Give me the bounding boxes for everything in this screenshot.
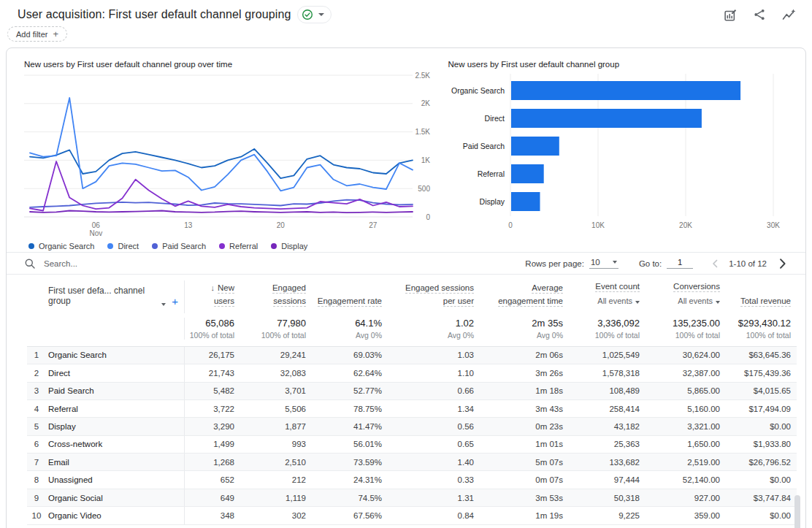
cell-value: $175,439.36 xyxy=(726,369,797,378)
totals-cell: 64.1%Avg 0% xyxy=(312,318,388,340)
table-totals-row: 65,086100% of total77,980100% of total64… xyxy=(27,313,797,347)
cell-value: $0.00 xyxy=(726,422,797,431)
row-number: 6 xyxy=(27,440,46,448)
rows-per-page-select[interactable]: 10 xyxy=(589,258,618,269)
cell-value: 24.31% xyxy=(312,475,388,484)
table-row: 5Display3,2901,87741.47%0.560m 23s43,182… xyxy=(27,418,797,435)
row-number: 3 xyxy=(27,386,46,395)
table-row: 10Organic Video34830267.56%0.841m 19s9,2… xyxy=(27,507,797,524)
legend-dot-icon xyxy=(219,243,225,249)
cell-channel: Organic Search xyxy=(46,347,185,364)
cell-value: 302 xyxy=(240,511,312,520)
dimension-header[interactable]: First user defa... channel group+ xyxy=(27,280,185,313)
bar-direct[interactable] xyxy=(511,109,702,128)
totals-value: 64.1% xyxy=(312,318,382,329)
row-number: 7 xyxy=(27,458,46,467)
totals-subtext: 100% of total xyxy=(726,331,791,340)
cell-value: 21,743 xyxy=(185,369,240,378)
svg-text:Display: Display xyxy=(480,197,505,206)
totals-cell: 1.02Avg 0% xyxy=(388,318,480,340)
cell-value: $1,933.80 xyxy=(726,440,797,448)
column-header-engaged-sessions-per-user[interactable]: Engaged sessions per user xyxy=(388,282,480,313)
cell-value: 1,025,549 xyxy=(569,351,646,359)
report-status-dropdown[interactable] xyxy=(297,6,332,23)
cell-value: $0.00 xyxy=(726,475,797,484)
chevron-left-icon[interactable] xyxy=(709,256,721,271)
column-header-engagement-rate[interactable]: Engagement rate xyxy=(312,295,388,313)
totals-cell: 77,980100% of total xyxy=(240,318,312,340)
legend-item-organic-search[interactable]: Organic Search xyxy=(28,242,94,250)
cell-channel: Direct xyxy=(46,364,185,381)
column-header-label: Engaged sessions xyxy=(272,283,306,306)
legend-item-direct[interactable]: Direct xyxy=(107,242,139,250)
cell-value: $26,796.52 xyxy=(726,458,797,467)
bar-chart-panel: New users by First user default channel … xyxy=(448,60,788,250)
chevron-down-icon xyxy=(613,261,617,264)
cell-value: $4,015.65 xyxy=(726,386,797,395)
bar-chart[interactable]: 010K20K30KOrganic SearchDirectPaid Searc… xyxy=(448,72,785,237)
edit-report-icon[interactable] xyxy=(723,7,738,22)
cell-value: 52,140.00 xyxy=(646,475,726,484)
bar-organic-search[interactable] xyxy=(511,81,740,100)
insights-icon[interactable] xyxy=(781,7,796,22)
legend-item-paid-search[interactable]: Paid Search xyxy=(152,242,206,250)
cell-value: 2,510 xyxy=(240,458,312,467)
cell-value: 1.03 xyxy=(388,351,480,359)
search-input[interactable] xyxy=(44,259,277,268)
bar-referral[interactable] xyxy=(511,164,544,183)
legend-dot-icon xyxy=(271,243,277,249)
cell-channel: Display xyxy=(46,418,185,435)
bar-display[interactable] xyxy=(511,192,540,211)
legend-label: Paid Search xyxy=(162,242,206,250)
cell-value: 32,387.00 xyxy=(646,369,726,378)
cell-value: 30,624.00 xyxy=(646,351,726,359)
column-header-engaged-sessions[interactable]: Engaged sessions xyxy=(240,282,312,313)
cell-value: 652 xyxy=(185,475,240,484)
column-header-event-count[interactable]: Event countAll events xyxy=(569,280,646,313)
add-dimension-button[interactable]: + xyxy=(172,297,178,306)
cell-value: 78.75% xyxy=(312,405,388,413)
table-row: 9Organic Social6491,11974.5%1.313m 53s50… xyxy=(27,489,797,507)
cell-value: 5,160.00 xyxy=(646,405,726,413)
column-header-total-revenue[interactable]: Total revenue xyxy=(726,295,797,313)
search-icon xyxy=(24,258,36,269)
cell-value: 1.40 xyxy=(388,458,480,467)
totals-cell: 65,086100% of total xyxy=(185,318,240,340)
svg-text:20K: 20K xyxy=(680,221,693,229)
page-range-text: 1-10 of 12 xyxy=(729,259,767,268)
svg-text:Nov: Nov xyxy=(89,229,102,237)
add-filter-button[interactable]: Add filter + xyxy=(7,26,67,42)
rows-per-page-label: Rows per page: xyxy=(525,259,584,268)
line-series-direct xyxy=(30,98,413,191)
share-icon[interactable] xyxy=(752,7,767,22)
chevron-right-icon[interactable] xyxy=(775,256,789,271)
event-scope-select[interactable]: All events xyxy=(573,295,640,307)
column-header-conversions[interactable]: ConversionsAll events xyxy=(646,280,726,313)
cell-value: 649 xyxy=(185,494,240,502)
scrollbar-thumb[interactable] xyxy=(794,495,800,528)
column-header-new-users[interactable]: ↓New users xyxy=(185,282,240,313)
row-number: 10 xyxy=(27,511,46,520)
bar-paid-search[interactable] xyxy=(511,137,559,156)
column-header-average-engagement-time[interactable]: Average engagement time xyxy=(480,282,569,313)
report-header: User acquisition: First user default cha… xyxy=(0,0,812,23)
goto-page-input[interactable] xyxy=(667,258,693,269)
cell-value: 67.56% xyxy=(312,511,388,520)
cell-value: 41.47% xyxy=(312,422,388,431)
legend-dot-icon xyxy=(152,243,158,249)
event-scope-select[interactable]: All events xyxy=(650,295,720,307)
totals-cell: 3,336,092100% of total xyxy=(569,318,646,340)
row-number: 4 xyxy=(27,405,46,413)
line-chart[interactable]: 2.5K2K1.5K1K500006Nov132027 xyxy=(24,72,437,237)
sort-descending-icon: ↓ xyxy=(210,283,215,292)
cell-value: 0.84 xyxy=(388,511,480,520)
legend-item-referral[interactable]: Referral xyxy=(219,242,258,250)
table-row: 1Organic Search26,17529,24169.03%1.032m … xyxy=(27,347,797,364)
row-number: 9 xyxy=(27,494,46,502)
legend-item-display[interactable]: Display xyxy=(271,242,307,250)
check-circle-icon xyxy=(302,9,313,20)
totals-dimension-cell xyxy=(27,318,185,340)
dimension-header-label: First user defa... channel group xyxy=(48,286,153,306)
svg-text:1.5K: 1.5K xyxy=(415,128,430,136)
line-series-display xyxy=(30,211,413,213)
